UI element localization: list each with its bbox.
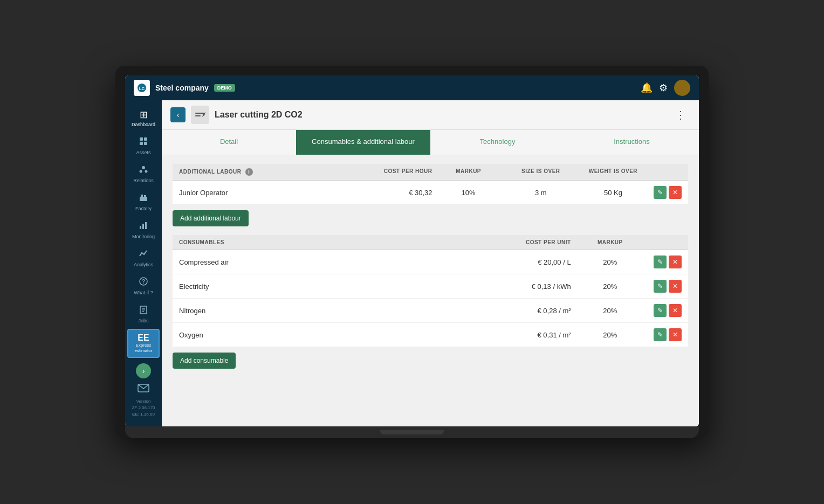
table-row: Junior Operator € 30,32 10% 3 m 50 Kg ✎ … <box>173 181 688 205</box>
consumable-row-actions: ✎ ✕ <box>649 256 682 268</box>
sidebar-item-factory[interactable]: Factory <box>125 188 162 216</box>
tab-technology[interactable]: Technology <box>430 130 565 155</box>
table-row: Compressed air € 20,00 / L 20% ✎ ✕ <box>173 250 688 274</box>
consumable-edit-button[interactable]: ✎ <box>654 256 667 268</box>
express-icon: EE <box>131 333 156 343</box>
svg-point-7 <box>140 170 142 173</box>
sidebar-label-whatif: What if ? <box>134 291 153 296</box>
envelope-icon[interactable] <box>138 383 149 395</box>
tabs-bar: Detail Consumables & additional labour T… <box>162 130 699 155</box>
col-cost-per-unit: COST PER UNIT <box>414 239 571 245</box>
svg-rect-9 <box>140 197 147 201</box>
svg-rect-12 <box>140 226 141 229</box>
company-name: Steel company <box>155 84 209 92</box>
col-size-is-over: SIZE IS OVER <box>505 168 577 176</box>
add-consumable-button[interactable]: Add consumable <box>173 353 236 369</box>
consumable-markup: 20% <box>571 331 649 339</box>
consumable-cost: € 0,13 / kWh <box>414 282 571 291</box>
user-avatar[interactable] <box>674 80 690 96</box>
consumable-cost: € 20,00 / L <box>414 258 571 266</box>
table-row: Electricity € 0,13 / kWh 20% ✎ ✕ <box>173 274 688 299</box>
col-name: ADDITIONAL LABOUR i <box>179 168 324 176</box>
consumable-delete-button[interactable]: ✕ <box>669 280 682 293</box>
consumable-delete-button[interactable]: ✕ <box>669 304 682 317</box>
svg-rect-11 <box>144 195 146 197</box>
consumable-row-actions: ✎ ✕ <box>649 304 682 317</box>
svg-rect-5 <box>144 142 147 145</box>
consumable-markup: 20% <box>571 307 649 315</box>
labour-weight: 50 Kg <box>577 189 649 197</box>
consumable-delete-button[interactable]: ✕ <box>669 328 682 341</box>
consumable-row-actions: ✎ ✕ <box>649 328 682 341</box>
table-row: Nitrogen € 0,28 / m² 20% ✎ ✕ <box>173 299 688 323</box>
company-info: LC Steel company DEMO <box>134 80 235 96</box>
sidebar-item-relations[interactable]: Relations <box>125 160 162 188</box>
labour-markup: 10% <box>432 189 505 197</box>
consumable-cost: € 0,31 / m² <box>414 331 571 339</box>
content-area: ‹ Laser cutting 2D CO2 ⋮ <box>162 100 699 426</box>
labour-size: 3 m <box>505 189 577 197</box>
consumable-delete-button[interactable]: ✕ <box>669 256 682 268</box>
sidebar-item-whatif[interactable]: ? What if ? <box>125 272 162 300</box>
dashboard-icon: ⊞ <box>140 109 148 121</box>
svg-rect-13 <box>142 224 144 229</box>
page-header-left: ‹ Laser cutting 2D CO2 <box>170 106 303 124</box>
top-bar-actions: 🔔 ⚙ <box>641 80 690 96</box>
add-additional-labour-button[interactable]: Add additional labour <box>173 210 249 226</box>
consumable-edit-button[interactable]: ✎ <box>654 280 667 293</box>
sidebar-item-monitoring[interactable]: Monitoring <box>125 216 162 244</box>
sidebar-label-dashboard: Dashboard <box>132 122 155 128</box>
page-icon <box>191 106 209 124</box>
sidebar-item-analytics[interactable]: Analytics <box>125 244 162 272</box>
sidebar-item-jobs[interactable]: Jobs <box>125 300 162 328</box>
additional-labour-section: ADDITIONAL LABOUR i COST PER HOUR MARKUP… <box>162 155 699 377</box>
company-logo: LC <box>134 80 150 96</box>
labour-edit-button[interactable]: ✎ <box>654 186 667 199</box>
tab-consumables[interactable]: Consumables & additional labour <box>296 130 430 155</box>
monitoring-icon <box>139 220 148 233</box>
col-consumables-markup: MARKUP <box>571 239 649 245</box>
consumable-edit-button[interactable]: ✎ <box>654 328 667 341</box>
analytics-icon <box>139 248 148 261</box>
page-title: Laser cutting 2D CO2 <box>215 110 303 120</box>
col-markup: MARKUP <box>432 168 505 176</box>
tab-instructions[interactable]: Instructions <box>565 130 699 155</box>
svg-rect-2 <box>140 137 143 141</box>
relations-icon <box>139 164 148 177</box>
labour-row-actions: ✎ ✕ <box>649 186 682 199</box>
additional-labour-header: ADDITIONAL LABOUR i COST PER HOUR MARKUP… <box>173 164 688 181</box>
svg-rect-14 <box>145 222 147 229</box>
sidebar-label-analytics: Analytics <box>134 263 153 268</box>
svg-rect-23 <box>195 115 201 116</box>
svg-point-8 <box>145 170 148 173</box>
consumable-edit-button[interactable]: ✎ <box>654 304 667 317</box>
labour-name: Junior Operator <box>179 189 324 197</box>
consumable-name: Oxygen <box>179 331 414 339</box>
info-icon[interactable]: i <box>245 168 253 176</box>
consumable-cost: € 0,28 / m² <box>414 307 571 315</box>
sidebar-arrow-btn[interactable]: › <box>136 363 151 378</box>
consumable-markup: 20% <box>571 282 649 291</box>
sidebar-bottom: Version ZF 2.08.170 EE: 1.16.00 <box>125 383 162 422</box>
sidebar-label-factory: Factory <box>135 206 152 212</box>
back-button[interactable]: ‹ <box>170 107 186 122</box>
svg-point-6 <box>142 166 145 169</box>
assets-icon <box>139 136 148 149</box>
labour-cost: € 30,32 <box>324 189 432 197</box>
sidebar-item-express[interactable]: EE Express estimator <box>127 329 160 357</box>
gear-icon[interactable]: ⚙ <box>659 82 668 94</box>
jobs-icon <box>139 305 148 317</box>
svg-rect-3 <box>144 137 147 141</box>
labour-delete-button[interactable]: ✕ <box>669 186 682 199</box>
more-button[interactable]: ⋮ <box>671 106 690 123</box>
sidebar-item-assets[interactable]: Assets <box>125 132 162 160</box>
consumables-header: CONSUMABLES COST PER UNIT MARKUP <box>173 235 688 250</box>
consumable-name: Electricity <box>179 282 414 291</box>
svg-text:?: ? <box>142 279 145 285</box>
version-info: Version ZF 2.08.170 EE: 1.16.00 <box>132 398 155 418</box>
bell-icon[interactable]: 🔔 <box>641 82 653 94</box>
sidebar-item-dashboard[interactable]: ⊞ Dashboard <box>125 105 162 132</box>
tab-detail[interactable]: Detail <box>162 130 296 155</box>
top-bar: LC Steel company DEMO 🔔 ⚙ <box>125 75 699 100</box>
demo-badge: DEMO <box>214 84 235 92</box>
